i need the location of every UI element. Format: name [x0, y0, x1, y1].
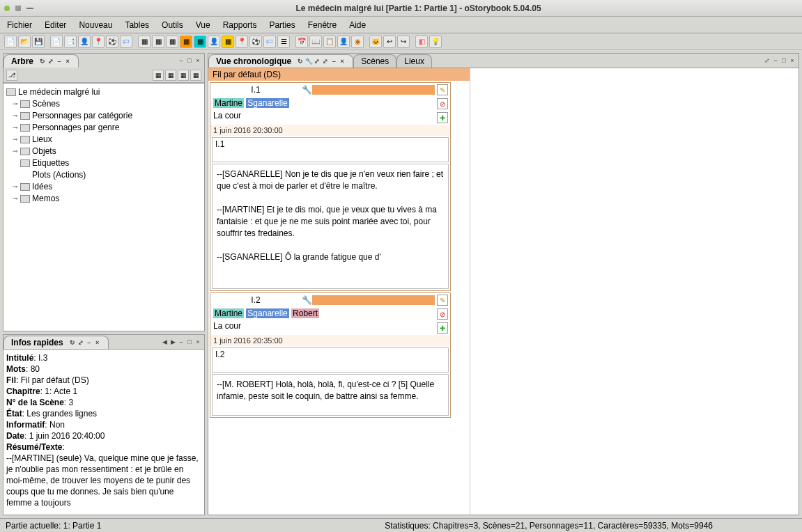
tree-mode-icon[interactable]: ⎇ [6, 70, 17, 81]
tree-item-plots[interactable]: Plots (Actions) [6, 169, 201, 181]
panel-min-icon[interactable]: – [178, 338, 185, 345]
tab-lieux[interactable]: Lieux [396, 54, 432, 68]
toolbar-ball2-icon[interactable]: ⚽ [249, 36, 262, 48]
tree-root[interactable]: Le médecin malgré lui [6, 86, 201, 98]
wrench-icon[interactable]: 🔧 [305, 58, 312, 65]
refresh-icon[interactable]: ↻ [69, 339, 76, 346]
tab-scenes[interactable]: Scènes [353, 54, 396, 68]
toolbar-sheet-icon[interactable]: 📋 [323, 36, 336, 48]
tab-infos[interactable]: Infos rapides ↻ ⤢ – × [3, 336, 109, 349]
scene-text[interactable]: --[M. ROBERT] Holà, holà, holà, fi, qu'e… [212, 374, 449, 416]
toolbar-person-icon[interactable]: 👤 [78, 36, 91, 48]
tree-item-objets[interactable]: ⊸Objets [6, 146, 201, 157]
toolbar-an1-icon[interactable]: 🐱 [369, 36, 382, 48]
window-control-icon[interactable] [4, 6, 10, 11]
scene-id-box[interactable]: I.2 [212, 347, 449, 373]
panel-pin-icon[interactable]: ⤢ [764, 57, 771, 64]
tab-arbre[interactable]: Arbre ↻ ⤢ – × [3, 54, 79, 68]
character-tag[interactable]: Robert [291, 308, 319, 318]
menu-vue[interactable]: Vue [196, 20, 210, 30]
close-icon[interactable]: × [64, 58, 71, 65]
toolbar-brain-icon[interactable]: ◉ [351, 36, 364, 48]
toolbar-arr1-icon[interactable]: ↩ [383, 36, 396, 48]
edit-icon[interactable]: ✎ [437, 295, 448, 306]
menu-editer[interactable]: Editer [45, 20, 66, 30]
grid4-icon[interactable]: ▦ [190, 70, 201, 81]
panel-max-icon[interactable]: □ [186, 57, 193, 64]
panel-close-icon[interactable]: × [194, 57, 201, 64]
toolbar-ball-icon[interactable]: ⚽ [106, 36, 118, 48]
toolbar-save-icon[interactable]: 💾 [32, 36, 45, 48]
menu-rapports[interactable]: Rapports [223, 20, 257, 30]
toolbar-erase-icon[interactable]: ◧ [415, 36, 428, 48]
grid2-icon[interactable]: ▦ [165, 70, 176, 81]
pin-icon[interactable]: ⤢ [77, 339, 84, 346]
toolbar-gold-icon[interactable]: ▦ [222, 36, 234, 48]
grid3-icon[interactable]: ▦ [178, 70, 189, 81]
menu-outils[interactable]: Outils [162, 20, 183, 30]
toolbar-location-icon[interactable]: 📍 [92, 36, 105, 48]
tree-item-perso-cat[interactable]: ⊸Personnages par catégorie [6, 110, 201, 122]
toolbar-tag-icon[interactable]: 🏷 [120, 36, 132, 48]
window-control-icon[interactable] [15, 6, 21, 11]
pin-icon[interactable]: ⤢ [322, 58, 329, 65]
min-icon[interactable]: – [56, 58, 63, 65]
menu-parties[interactable]: Parties [269, 20, 295, 30]
next-icon[interactable]: ▶ [169, 338, 176, 345]
character-tag[interactable]: Martine [213, 98, 244, 108]
tree-item-perso-genre[interactable]: ⊸Personnages par genre [6, 122, 201, 134]
tree-item-memos[interactable]: ⊸Memos [6, 193, 201, 205]
wrench-icon[interactable]: 🔧 [301, 295, 312, 305]
toolbar-lamp-icon[interactable]: 💡 [429, 36, 442, 48]
close-icon[interactable]: × [339, 58, 346, 65]
window-minimize-icon[interactable] [26, 8, 33, 9]
toolbar-table2-icon[interactable]: ▦ [152, 36, 164, 48]
toolbar-arr2-icon[interactable]: ↪ [397, 36, 410, 48]
toolbar-p3-icon[interactable]: 👤 [337, 36, 350, 48]
plus-icon[interactable]: ✚ [437, 322, 448, 334]
close-icon[interactable]: × [94, 339, 101, 346]
menu-nouveau[interactable]: Nouveau [79, 20, 112, 30]
chrono-list[interactable]: I.1 🔧 Martine Sganarelle La cour ✎ ⊘ ✚ 1… [208, 81, 470, 515]
panel-max-icon[interactable]: □ [780, 57, 787, 64]
toolbar-tag2-icon[interactable]: 🏷 [263, 36, 276, 48]
panel-min-icon[interactable]: – [772, 57, 779, 64]
min-icon[interactable]: – [330, 58, 337, 65]
character-tag[interactable]: Sganarelle [246, 98, 288, 108]
toolbar-loc2-icon[interactable]: 📍 [236, 36, 248, 48]
scene-id-box[interactable]: I.1 [212, 137, 449, 162]
toolbar-teal-icon[interactable]: ▦ [194, 36, 206, 48]
toolbar-copy-icon[interactable]: 📑 [64, 36, 77, 48]
forbid-icon[interactable]: ⊘ [437, 308, 448, 320]
toolbar-new-icon[interactable]: 📄 [4, 36, 17, 48]
plus-icon[interactable]: ✚ [437, 112, 448, 123]
toolbar-orange-icon[interactable]: ▦ [180, 36, 192, 48]
tab-chrono[interactable]: Vue chronologique ↻ 🔧 ⤢ ⤢ – × [208, 54, 353, 68]
refresh-icon[interactable]: ↻ [297, 58, 304, 65]
tree-item-lieux[interactable]: ⊸Lieux [6, 134, 201, 146]
panel-max-icon[interactable]: □ [186, 338, 193, 345]
prev-icon[interactable]: ◀ [161, 338, 168, 345]
menu-fichier[interactable]: Fichier [7, 20, 32, 30]
refresh-icon[interactable]: ↻ [39, 58, 46, 65]
character-tag[interactable]: Sganarelle [246, 308, 288, 318]
menu-aide[interactable]: Aide [349, 20, 366, 30]
tree-item-etiquettes[interactable]: Etiquettes [6, 157, 201, 169]
toolbar-doc-icon[interactable]: 📄 [50, 36, 63, 48]
toolbar-person2-icon[interactable]: 👤 [208, 36, 220, 48]
toolbar-table-icon[interactable]: ▦ [138, 36, 151, 48]
panel-min-icon[interactable]: – [178, 57, 185, 64]
tree-item-idees[interactable]: ⊸Idées [6, 181, 201, 193]
panel-close-icon[interactable]: × [789, 57, 796, 64]
menu-tables[interactable]: Tables [125, 20, 149, 30]
toolbar-book-icon[interactable]: 📖 [309, 36, 322, 48]
toolbar-list-icon[interactable]: ☰ [277, 36, 290, 48]
forbid-icon[interactable]: ⊘ [437, 98, 448, 109]
character-tag[interactable]: Martine [213, 308, 244, 318]
pin-icon[interactable]: ⤢ [47, 58, 54, 65]
toolbar-cal-icon[interactable]: 📅 [295, 36, 308, 48]
expand-icon[interactable]: ⤢ [314, 58, 321, 65]
toolbar-table3-icon[interactable]: ▦ [166, 36, 178, 48]
grid1-icon[interactable]: ▦ [153, 70, 164, 81]
panel-close-icon[interactable]: × [194, 338, 201, 345]
